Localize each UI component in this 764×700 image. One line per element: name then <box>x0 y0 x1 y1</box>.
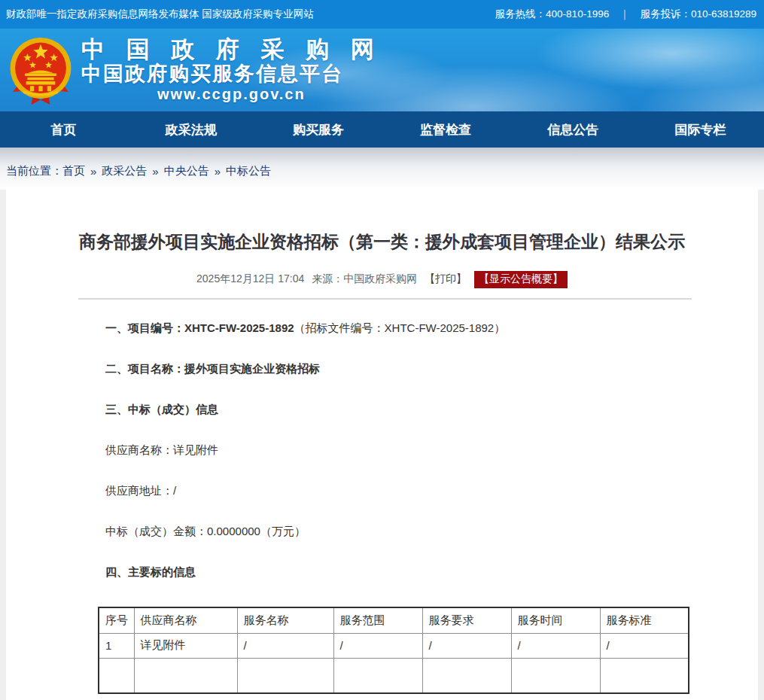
col-header-supplier: 供应商名称 <box>134 607 237 633</box>
cell-empty <box>511 658 600 693</box>
article-meta: 2025年12月12日 17:04 来源：中国政府采购网 【打印】 【显示公告概… <box>6 271 758 288</box>
table-header-row: 序号 供应商名称 服务名称 服务范围 服务要求 服务时间 服务标准 <box>99 607 689 633</box>
col-header-service-standard: 服务标准 <box>600 607 689 633</box>
nav-item-regulations[interactable]: 政采法规 <box>127 111 254 148</box>
supplier-address-line: 供应商地址：/ <box>6 485 758 497</box>
project-number-line: 一、项目编号：XHTC-FW-2025-1892（招标文件编号：XHTC-FW-… <box>6 322 758 334</box>
lots-table: 序号 供应商名称 服务名称 服务范围 服务要求 服务时间 服务标准 1 详见附件… <box>98 607 689 694</box>
breadcrumb-separator: » <box>152 165 158 178</box>
nav-item-international[interactable]: 国际专栏 <box>637 111 764 148</box>
publish-datetime: 2025年12月12日 17:04 <box>196 272 304 285</box>
cell-empty <box>237 658 333 693</box>
breadcrumb-separator: » <box>90 165 96 178</box>
breadcrumb-award-announcements[interactable]: 中标公告 <box>226 164 271 178</box>
cell-service-name: / <box>237 633 333 658</box>
project-number-bold: 一、项目编号：XHTC-FW-2025-1892 <box>105 321 294 334</box>
breadcrumb: 当前位置： 首页 » 政采公告 » 中央公告 » 中标公告 <box>0 148 764 190</box>
col-header-index: 序号 <box>99 607 134 633</box>
top-utility-bar: 财政部唯一指定政府采购信息网络发布媒体 国家级政府采购专业网站 服务热线：400… <box>0 0 764 29</box>
article-panel: 商务部援外项目实施企业资格招标（第一类：援外成套项目管理企业）结果公示 2025… <box>6 190 758 700</box>
table-row: 1 详见附件 / / / / / <box>99 633 689 658</box>
article-source: 来源：中国政府采购网 <box>312 272 417 285</box>
bid-doc-number: （招标文件编号：XHTC-FW-2025-1892） <box>294 321 506 334</box>
breadcrumb-procurement-announcements[interactable]: 政采公告 <box>102 164 147 178</box>
table-row-empty <box>99 658 689 693</box>
cell-service-scope: / <box>333 633 422 658</box>
breadcrumb-separator: » <box>215 165 221 178</box>
cell-empty <box>99 658 134 693</box>
site-banner: 中 国 政 府 采 购 网 中国政府购买服务信息平台 www.ccgp.gov.… <box>0 29 764 111</box>
col-header-service-requirement: 服务要求 <box>422 607 511 633</box>
cell-empty <box>422 658 511 693</box>
print-button[interactable]: 【打印】 <box>425 272 467 285</box>
nav-item-announcements[interactable]: 信息公告 <box>510 111 637 148</box>
site-slogan: 财政部唯一指定政府采购信息网络发布媒体 国家级政府采购专业网站 <box>6 8 314 21</box>
nav-item-purchase-services[interactable]: 购买服务 <box>254 111 382 148</box>
cell-service-time: / <box>511 633 600 658</box>
nav-item-supervision[interactable]: 监督检查 <box>382 111 510 148</box>
breadcrumb-label: 当前位置： <box>6 164 62 178</box>
site-name: 中 国 政 府 采 购 网 <box>81 37 382 62</box>
service-complaint: 服务投诉：010-63819289 <box>640 8 756 21</box>
col-header-service-name: 服务名称 <box>237 607 333 633</box>
show-summary-button[interactable]: 【显示公告概要】 <box>474 271 568 288</box>
project-name-line: 二、项目名称：援外项目实施企业资格招标 <box>6 363 758 375</box>
national-emblem-icon <box>8 36 74 105</box>
breadcrumb-home[interactable]: 首页 <box>62 164 85 178</box>
cell-empty <box>333 658 422 693</box>
main-subject-heading: 四、主要标的信息 <box>6 566 758 578</box>
cell-empty <box>134 658 237 693</box>
cell-supplier: 详见附件 <box>134 633 237 658</box>
page-background: 商务部援外项目实施企业资格招标（第一类：援外成套项目管理企业）结果公示 2025… <box>0 190 764 700</box>
col-header-service-scope: 服务范围 <box>333 607 422 633</box>
site-url: www.ccgp.gov.cn <box>81 85 382 103</box>
breadcrumb-central-announcements[interactable]: 中央公告 <box>164 164 209 178</box>
main-nav: 首页 政采法规 购买服务 监督检查 信息公告 国际专栏 <box>0 111 764 148</box>
cell-empty <box>600 658 689 693</box>
col-header-service-time: 服务时间 <box>511 607 600 633</box>
cell-index: 1 <box>99 633 134 658</box>
article-body: 一、项目编号：XHTC-FW-2025-1892（招标文件编号：XHTC-FW-… <box>6 300 758 578</box>
nav-item-home[interactable]: 首页 <box>0 111 127 148</box>
service-hotline: 服务热线：400-810-1996 <box>495 8 610 21</box>
award-amount-line: 中标（成交）金额：0.0000000（万元） <box>6 525 758 537</box>
article-title: 商务部援外项目实施企业资格招标（第一类：援外成套项目管理企业）结果公示 <box>6 190 758 253</box>
site-logo-link[interactable]: 中 国 政 府 采 购 网 中国政府购买服务信息平台 www.ccgp.gov.… <box>0 35 382 105</box>
site-title-block: 中 国 政 府 采 购 网 中国政府购买服务信息平台 www.ccgp.gov.… <box>81 37 382 103</box>
topbar-separator: ｜ <box>619 8 629 21</box>
supplier-name-line: 供应商名称：详见附件 <box>6 444 758 456</box>
cell-service-standard: / <box>600 633 689 658</box>
cell-service-requirement: / <box>422 633 511 658</box>
award-info-heading: 三、中标（成交）信息 <box>6 403 758 415</box>
site-subtitle: 中国政府购买服务信息平台 <box>81 62 382 85</box>
